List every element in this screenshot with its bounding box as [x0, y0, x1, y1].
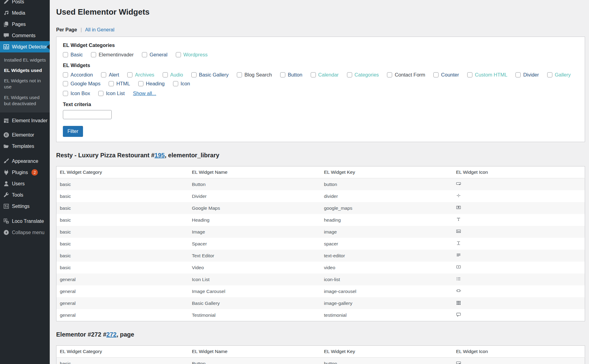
menu-item-loco-translate[interactable]: Loco Translate [0, 216, 50, 227]
checkbox-label: Icon List [106, 91, 125, 96]
menu-item-appearance[interactable]: Appearance [0, 155, 50, 167]
checkbox-box [63, 52, 68, 57]
checkbox-button[interactable]: Button [280, 72, 302, 78]
submenu-item-el-widgets-used[interactable]: EL Widgets used [0, 65, 50, 76]
checkbox-label: Basic [70, 52, 83, 58]
menu-item-plugins[interactable]: Plugins2 [0, 167, 50, 178]
checkbox-accordion[interactable]: Accordion [63, 72, 93, 78]
checkbox-icon-list[interactable]: Icon List [98, 91, 125, 96]
cell-icon [453, 238, 585, 250]
checkbox-label: Categories [355, 72, 379, 78]
checkbox-label: Google Maps [70, 81, 100, 87]
checkbox-calendar[interactable]: Calendar [311, 72, 339, 78]
text-editor-icon [456, 252, 461, 258]
menu-item-collapse-menu[interactable]: Collapse menu [0, 227, 50, 238]
checkbox-wordpress[interactable]: Wordpress [176, 52, 208, 58]
cell-icon [453, 178, 585, 191]
cell-key: testimonial [320, 309, 453, 321]
menu-item-tools[interactable]: Tools [0, 189, 50, 201]
checkbox-icon[interactable]: Icon [173, 81, 190, 87]
menu-item-element-invader[interactable]: Element Invader [0, 115, 50, 126]
view-link-all-in-general[interactable]: All in General [85, 27, 114, 32]
image-gallery-icon [456, 300, 461, 305]
table-row: basicDividerdivider [56, 190, 585, 202]
checkbox-categories[interactable]: Categories [347, 72, 379, 78]
menu-item-pages[interactable]: Pages [0, 19, 50, 30]
post-id-link[interactable]: 195 [154, 152, 164, 159]
checkbox-basic-gallery[interactable]: Basic Gallery [191, 72, 229, 78]
checkbox-gallery[interactable]: Gallery [547, 72, 571, 78]
checkbox-divider[interactable]: Divider [515, 72, 539, 78]
menu-item-widget-detector[interactable]: Widget Detector [0, 41, 50, 52]
table-row: basicButtonbutton [56, 358, 585, 364]
cell-key: heading [320, 214, 453, 226]
checkbox-audio[interactable]: Audio [163, 72, 183, 78]
image-carousel-icon [456, 288, 461, 293]
cell-category: general [56, 273, 189, 285]
checkbox-label: Alert [109, 72, 119, 78]
checkbox-heading[interactable]: Heading [138, 81, 164, 87]
checkbox-counter[interactable]: Counter [433, 72, 459, 78]
checkbox-label: Elementinvader [99, 52, 134, 58]
spacer-icon [456, 241, 461, 246]
menu-item-posts[interactable]: Posts [0, 0, 50, 7]
text-criteria-input[interactable] [63, 110, 112, 119]
cell-name: Image Carousel [189, 285, 321, 297]
menu-item-comments[interactable]: Comments [0, 30, 50, 41]
cell-key: google_maps [320, 202, 453, 214]
submenu-item-installed-el-widgets[interactable]: Installed EL widgets [0, 55, 50, 65]
menu-item-label: Appearance [12, 158, 38, 164]
cell-icon [453, 250, 585, 262]
cell-category: basic [56, 358, 189, 364]
menu-item-settings[interactable]: Settings [0, 201, 50, 212]
cell-icon [453, 309, 585, 321]
checkbox-box [515, 72, 521, 77]
submenu-item-el-widgets-used-but-deactivated[interactable]: EL Widgets used but deactivated [0, 92, 50, 109]
cell-category: basic [56, 178, 189, 191]
cell-key: image-gallery [320, 297, 453, 309]
menu-item-templates[interactable]: Templates [0, 141, 50, 152]
checkbox-label: Custom HTML [475, 72, 507, 78]
checkbox-label: Gallery [555, 72, 571, 78]
checkbox-icon-box[interactable]: Icon Box [63, 91, 90, 96]
column-header: EL Widget Icon [453, 166, 585, 178]
checkbox-basic[interactable]: Basic [63, 52, 83, 58]
widgets-label: EL Widgets [63, 62, 578, 68]
menu-item-label: Comments [12, 33, 35, 38]
checkbox-blog-search[interactable]: Blog Search [237, 72, 272, 78]
checkbox-label: Wordpress [183, 52, 208, 58]
sections: Resty - Luxury Pizza Restourant #195, el… [56, 152, 585, 364]
post-id-link[interactable]: 272 [107, 331, 117, 338]
checkbox-google-maps[interactable]: Google Maps [63, 81, 100, 87]
cell-name: Icon List [189, 273, 321, 285]
button-icon [456, 181, 461, 186]
cell-name: Button [189, 178, 321, 191]
checkbox-archives[interactable]: Archives [127, 72, 154, 78]
checkbox-label: Blog Search [244, 72, 272, 78]
checkbox-box [237, 72, 242, 77]
checkbox-general[interactable]: General [142, 52, 168, 58]
checkbox-html[interactable]: HTML [109, 81, 130, 87]
menu-item-media[interactable]: Media [0, 7, 50, 19]
checkbox-alert[interactable]: Alert [101, 72, 119, 78]
cell-category: general [56, 309, 189, 321]
checkbox-custom-html[interactable]: Custom HTML [467, 72, 507, 78]
cell-key: spacer [320, 238, 453, 250]
cell-icon [453, 202, 585, 214]
section-title-1: Resty - Luxury Pizza Restourant #195, el… [56, 152, 585, 159]
column-header: EL Widget Icon [453, 346, 585, 358]
checkbox-box [311, 72, 316, 77]
show-all-link[interactable]: Show all... [133, 91, 156, 96]
column-header: EL Widget Category [56, 166, 189, 178]
menu-item-elementor[interactable]: Elementor [0, 129, 50, 141]
checkbox-elementinvader[interactable]: Elementinvader [91, 52, 134, 58]
cell-category: basic [56, 250, 189, 262]
submenu-item-el-widgets-not-in-use[interactable]: EL Widgets not in use [0, 76, 50, 92]
filter-button[interactable]: Filter [63, 126, 83, 137]
cell-icon [453, 285, 585, 297]
cell-key: image [320, 226, 453, 238]
table-row: basicButtonbutton [56, 178, 585, 191]
cell-icon [453, 297, 585, 309]
menu-item-users[interactable]: Users [0, 178, 50, 189]
checkbox-contact-form[interactable]: Contact Form [387, 72, 425, 78]
